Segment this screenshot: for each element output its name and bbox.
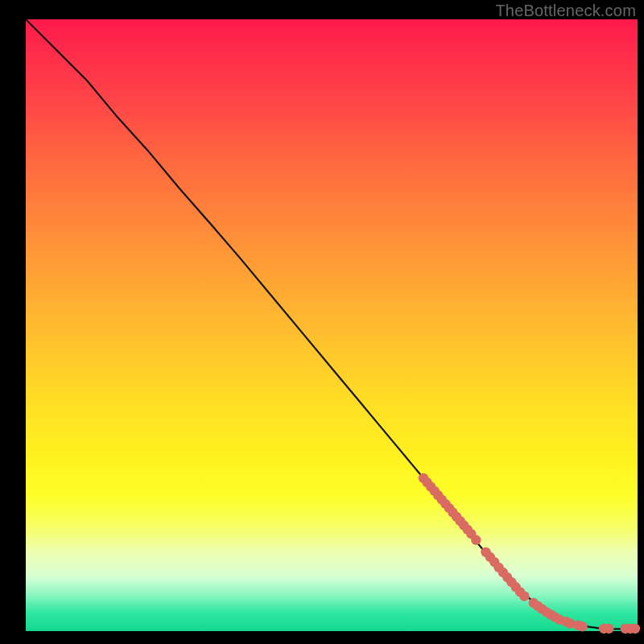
scatter-dot — [604, 624, 613, 634]
watermark-text: TheBottleneck.com — [495, 2, 636, 20]
chart-stage: TheBottleneck.com — [0, 0, 644, 644]
scatter-dot — [630, 624, 640, 634]
scatter-dots — [419, 473, 640, 634]
plot-area — [26, 19, 638, 631]
scatter-dot — [471, 535, 481, 545]
scatter-dot — [519, 591, 529, 601]
chart-svg — [26, 19, 638, 631]
scatter-dot — [577, 621, 587, 631]
line-series-curve — [26, 19, 638, 629]
